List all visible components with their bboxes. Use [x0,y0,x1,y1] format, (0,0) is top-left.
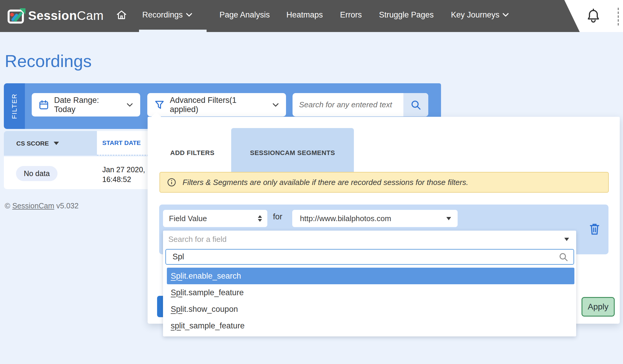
site-select[interactable]: http://www.bilalphotos.com [292,210,458,227]
field-option[interactable]: Split.sample_feature [167,284,574,301]
dropdown-caret-icon [446,217,451,220]
chevron-down-icon [186,13,192,17]
info-icon [167,178,176,187]
chevron-down-icon [502,13,509,17]
field-option[interactable]: Split.enable_search [167,268,574,284]
sort-desc-icon [54,142,59,145]
field-search-input-wrap [165,249,574,265]
info-banner-text: Filters & Segments are only available if… [183,178,468,187]
field-type-select[interactable]: Field Value [163,210,267,227]
home-icon[interactable] [116,10,127,20]
sessioncam-logo[interactable]: SessionCam [7,8,104,24]
filter-funnel-icon [154,100,164,110]
page-title: Recordings [5,51,92,71]
calendar-icon [39,100,49,110]
field-select-placeholder: Search for a field [168,235,227,244]
field-search-input[interactable] [166,252,559,261]
footer-brand-link[interactable]: SessionCam [12,202,54,210]
field-option-list: Split.enable_search Split.sample_feature… [163,268,576,334]
tab-sessioncam-segments[interactable]: SESSIONCAM SEGMENTS [231,128,354,178]
search-submit-button[interactable] [403,93,428,116]
dropdown-caret-icon [564,238,569,241]
notifications-bell-icon[interactable] [587,8,600,23]
sessioncam-logo-icon [7,8,26,24]
trash-icon [589,223,600,235]
column-header-cs-score[interactable]: CS SCORE [4,131,97,156]
chevron-down-icon [127,103,133,107]
text-search-input[interactable] [293,93,403,116]
nav-item-struggle-pages[interactable]: Struggle Pages [379,10,434,20]
field-select-display[interactable]: Search for a field [163,231,576,248]
select-spinner-icon [258,215,262,222]
for-label: for [273,212,282,221]
filter-side-tab-label: FILTER [11,93,18,119]
advanced-filters-button[interactable]: Advanced Filters(1 applied) [147,93,286,116]
nav-item-heatmaps[interactable]: Heatmaps [286,10,323,20]
filter-side-tab[interactable]: FILTER [4,83,25,129]
apply-button[interactable]: Apply [582,297,615,317]
info-banner: Filters & Segments are only available if… [159,172,609,193]
active-tab-indicator [139,30,207,32]
search-icon [410,100,421,110]
date-range-label: Date Range: Today [54,96,121,114]
table-row[interactable]: No data Jan 27 2020, 16:48:52 [4,157,149,189]
overflow-menu-icon[interactable] [618,8,619,25]
brand-text: SessionCam [28,9,104,23]
nav-item-recordings[interactable]: Recordings [142,10,192,20]
nav-item-errors[interactable]: Errors [340,10,362,20]
nav-item-page-analysis[interactable]: Page Analysis [220,10,270,20]
field-option[interactable]: Split.show_coupon [167,301,574,317]
text-search-box [293,93,428,116]
advanced-filters-label: Advanced Filters(1 applied) [170,96,267,114]
cs-score-badge: No data [16,166,57,181]
field-search-dropdown: Search for a field Split.enable_search S… [163,231,576,336]
field-option[interactable]: split_sample_feature [167,317,574,334]
chevron-down-icon [272,103,279,107]
top-nav: SessionCam Recordings Page Analysis Heat… [0,0,623,32]
date-range-button[interactable]: Date Range: Today [32,93,140,116]
tab-add-filters[interactable]: ADD FILTERS [159,128,225,178]
footer-copyright: © SessionCam v5.032 [5,202,79,210]
delete-filter-button[interactable] [589,223,600,235]
column-header-start-date[interactable]: START DATE [97,131,149,156]
nav-item-key-journeys[interactable]: Key Journeys [451,10,509,20]
start-date-cell: Jan 27 2020, 16:48:52 [102,165,145,184]
search-icon [559,252,568,262]
